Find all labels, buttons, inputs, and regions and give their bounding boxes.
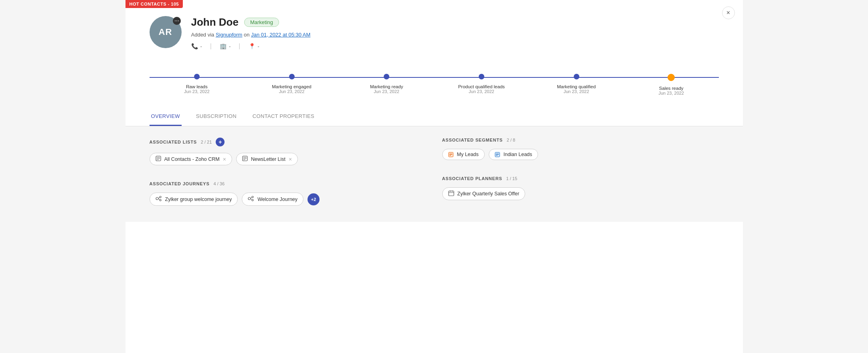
journey-icon-1 <box>248 195 254 203</box>
timeline-dot-4 <box>574 74 579 79</box>
divider-2: | <box>239 43 240 50</box>
header-section: AR ⋯ John Doe Marketing Added via Signup… <box>125 0 743 50</box>
more-journeys-button[interactable]: +2 <box>308 193 320 205</box>
timeline-item-5: Sales ready Jun 23, 2022 <box>624 74 719 95</box>
source-link[interactable]: Signupform <box>216 32 242 38</box>
associated-planners-tags: Zylker Quarterly Sales Offer <box>442 187 719 200</box>
associated-segments-count: 2 / 8 <box>507 138 515 142</box>
building-icon: 🏢 <box>220 43 227 49</box>
right-column: ASSOCIATED SEGMENTS 2 / 8 My Leads <box>442 138 719 206</box>
svg-rect-26 <box>449 191 454 196</box>
close-icon: × <box>726 9 730 16</box>
associated-lists-count: 2 / 21 <box>201 140 212 144</box>
contact-header: AR ⋯ John Doe Marketing Added via Signup… <box>150 16 719 50</box>
segment-item-0: My Leads <box>442 149 485 160</box>
list-icon-1 <box>242 156 248 162</box>
associated-journeys-section: ASSOCIATED JOURNEYS 4 / 36 Zylker group … <box>150 181 426 206</box>
remove-list-1[interactable]: × <box>289 156 292 162</box>
timeline-item-3: Product qualified leads Jun 23, 2022 <box>434 74 529 94</box>
close-button[interactable]: × <box>722 6 735 19</box>
timeline-date-3: Jun 23, 2022 <box>469 89 494 94</box>
phone-icon: 📞 <box>191 43 198 49</box>
timeline-date-2: Jun 23, 2022 <box>374 89 399 94</box>
contact-details: 📞 - | 🏢 - | 📍 - <box>191 43 311 50</box>
content-section: ASSOCIATED LISTS 2 / 21 + All Contacts -… <box>125 126 743 222</box>
associated-journeys-count: 4 / 36 <box>214 181 225 186</box>
associated-journeys-header: ASSOCIATED JOURNEYS 4 / 36 <box>150 181 426 186</box>
timeline-date-0: Jun 23, 2022 <box>184 89 210 94</box>
timeline-item-0: Raw leads Jun 23, 2022 <box>150 74 245 94</box>
divider-1: | <box>210 43 212 50</box>
list-item-label-1: NewsLetter List <box>251 156 285 162</box>
associated-lists-section: ASSOCIATED LISTS 2 / 21 + All Contacts -… <box>150 138 426 165</box>
associated-segments-title: ASSOCIATED SEGMENTS <box>442 138 503 142</box>
segment-icon-0 <box>448 152 454 157</box>
associated-lists-title: ASSOCIATED LISTS <box>150 140 197 144</box>
associated-planners-title: ASSOCIATED PLANNERS <box>442 176 502 181</box>
timeline-section: Raw leads Jun 23, 2022 Marketing engaged… <box>125 56 743 108</box>
tabs-section: OVERVIEW SUBSCRIPTION CONTACT PROPERTIES <box>125 108 743 126</box>
svg-point-8 <box>156 197 158 200</box>
associated-journeys-tags: Zylker group welcome journey Welcome Jou… <box>150 193 426 206</box>
added-date: Jan 01, 2022 at 05:30 AM <box>251 32 310 38</box>
segment-item-label-1: Indian Leads <box>504 152 532 157</box>
timeline-label-3: Product qualified leads <box>458 84 505 89</box>
timeline-item-4: Marketing qualified Jun 23, 2022 <box>529 74 624 94</box>
list-item-0: All Contacts - Zoho CRM × <box>150 153 232 165</box>
contact-tag-badge: Marketing <box>244 18 279 27</box>
main-panel: HOT CONTACTS - 105 × AR ⋯ John Doe Marke… <box>125 0 743 353</box>
added-via: Added via Signupform on Jan 01, 2022 at … <box>191 32 311 38</box>
tabs: OVERVIEW SUBSCRIPTION CONTACT PROPERTIES <box>150 108 719 126</box>
associated-segments-section: ASSOCIATED SEGMENTS 2 / 8 My Leads <box>442 138 719 160</box>
company-detail: 🏢 - <box>220 43 231 49</box>
phone-detail: 📞 - <box>191 43 202 49</box>
tab-subscription[interactable]: SUBSCRIPTION <box>194 108 238 126</box>
left-column: ASSOCIATED LISTS 2 / 21 + All Contacts -… <box>150 138 426 206</box>
svg-point-15 <box>252 199 253 201</box>
add-list-button[interactable]: + <box>216 138 225 146</box>
associated-lists-tags: All Contacts - Zoho CRM × NewsLetter Lis… <box>150 153 426 165</box>
contact-info: John Doe Marketing Added via Signupform … <box>191 16 311 50</box>
tab-contact-properties[interactable]: CONTACT PROPERTIES <box>251 108 316 126</box>
timeline-dot-0 <box>194 74 200 79</box>
timeline: Raw leads Jun 23, 2022 Marketing engaged… <box>150 66 719 108</box>
planner-item-label-0: Zylker Quarterly Sales Offer <box>457 191 520 197</box>
svg-line-12 <box>158 199 160 200</box>
associated-segments-header: ASSOCIATED SEGMENTS 2 / 8 <box>442 138 719 142</box>
timeline-dot-5 <box>668 74 675 81</box>
list-icon-0 <box>156 156 161 162</box>
list-item-1: NewsLetter List × <box>236 153 298 165</box>
svg-line-17 <box>251 199 252 200</box>
svg-point-14 <box>252 196 253 198</box>
list-item-label-0: All Contacts - Zoho CRM <box>164 156 220 162</box>
journey-item-0: Zylker group welcome journey <box>150 193 238 206</box>
journey-item-label-0: Zylker group welcome journey <box>165 197 232 202</box>
svg-line-11 <box>158 197 160 199</box>
associated-journeys-title: ASSOCIATED JOURNEYS <box>150 181 210 186</box>
contact-name: John Doe <box>191 16 239 28</box>
planner-item-0: Zylker Quarterly Sales Offer <box>442 187 526 200</box>
segment-item-label-0: My Leads <box>457 152 479 157</box>
avatar-wrapper: AR ⋯ <box>150 16 182 48</box>
avatar-menu-button[interactable]: ⋯ <box>173 17 181 25</box>
timeline-label-1: Marketing engaged <box>272 84 311 89</box>
timeline-dot-3 <box>479 74 484 79</box>
journey-icon-0 <box>156 195 162 203</box>
svg-point-10 <box>160 199 161 201</box>
segment-icon-1 <box>495 152 500 157</box>
timeline-label-2: Marketing ready <box>370 84 403 89</box>
timeline-item-1: Marketing engaged Jun 23, 2022 <box>244 74 339 94</box>
timeline-label-0: Raw leads <box>186 84 208 89</box>
associated-planners-count: 1 / 15 <box>506 176 518 181</box>
planner-icon-0 <box>448 190 454 197</box>
journey-item-1: Welcome Journey <box>242 193 303 206</box>
associated-lists-header: ASSOCIATED LISTS 2 / 21 + <box>150 138 426 146</box>
timeline-dot-2 <box>384 74 389 79</box>
two-column-layout: ASSOCIATED LISTS 2 / 21 + All Contacts -… <box>150 138 719 206</box>
associated-planners-header: ASSOCIATED PLANNERS 1 / 15 <box>442 176 719 181</box>
location-icon: 📍 <box>249 43 255 49</box>
remove-list-0[interactable]: × <box>223 156 226 162</box>
timeline-item-2: Marketing ready Jun 23, 2022 <box>339 74 434 94</box>
tab-overview[interactable]: OVERVIEW <box>150 108 182 126</box>
timeline-dot-1 <box>289 74 295 79</box>
